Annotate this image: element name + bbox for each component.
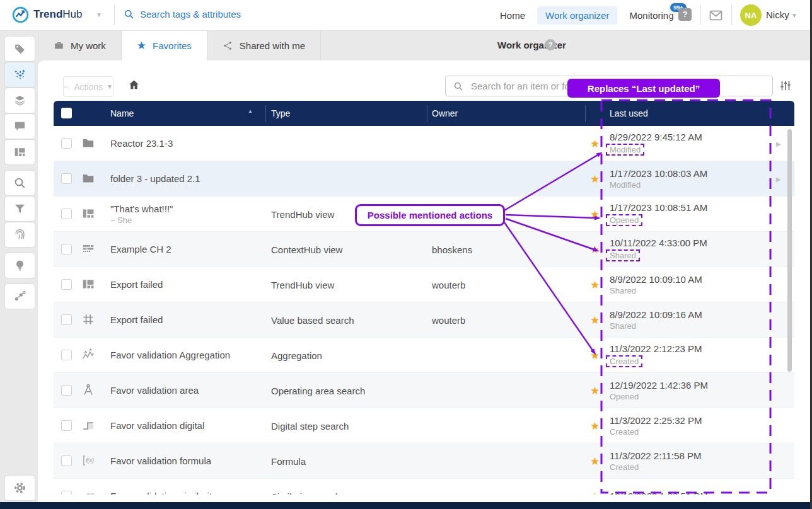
top-header: TrendHub ▼ Search tags & attributes Home… <box>0 0 812 31</box>
row-checkbox[interactable] <box>61 173 72 184</box>
help-icon[interactable]: ? <box>678 8 692 21</box>
table-row[interactable]: Export failedTrendHub viewwouterb★8/9/20… <box>54 267 794 302</box>
row-checkbox[interactable] <box>61 350 72 360</box>
table-rows: Reactor 23.1-3★8/29/2022 9:45:12 AMModif… <box>54 126 794 495</box>
page-title-help-icon[interactable]: ? <box>545 39 556 50</box>
row-checkbox[interactable] <box>61 244 72 254</box>
sidebar-item-fingerprint[interactable] <box>5 222 35 247</box>
sidebar-item-gear[interactable] <box>5 476 35 500</box>
favorite-star-icon[interactable]: ★ <box>590 489 600 495</box>
vertical-scrollbar[interactable] <box>787 129 792 372</box>
sidebar-item-chat[interactable] <box>5 114 35 139</box>
briefcase-icon <box>54 40 64 51</box>
home-icon[interactable] <box>128 79 140 91</box>
filter-settings-button[interactable] <box>777 77 794 94</box>
nav-item-work-organizer[interactable]: Work organizer <box>537 6 617 25</box>
item-name[interactable]: Export failed <box>110 314 163 325</box>
item-name[interactable]: Favor validation digital <box>110 420 204 431</box>
sidebar-item-funnel[interactable] <box>5 197 35 221</box>
favorite-star-icon[interactable]: ★ <box>590 419 600 432</box>
item-name[interactable]: Favor validation formula <box>110 455 211 466</box>
actions-chevron-down-icon: ▼ <box>107 83 113 90</box>
sliders-icon <box>779 79 792 93</box>
sort-ascending-icon[interactable]: ▲ <box>248 108 253 114</box>
tab-my-work[interactable]: My work <box>38 30 122 60</box>
expand-chevron-icon[interactable]: ▶ <box>776 175 781 182</box>
sidebar-item-tag[interactable] <box>5 37 35 61</box>
user-avatar[interactable]: NA <box>740 4 762 26</box>
nav-item-monitoring[interactable]: Monitoring99+ <box>629 10 673 21</box>
tab-shared-with-me[interactable]: Shared with me <box>207 30 321 60</box>
sidebar-item-layers[interactable] <box>5 88 35 113</box>
tab-favorites[interactable]: ★Favorites <box>122 30 207 60</box>
sidebar-item-dashboard[interactable] <box>5 140 35 164</box>
table-row[interactable]: Favor validation similaritySimilarity se… <box>54 479 794 495</box>
trendhub-logo-icon[interactable] <box>12 6 29 23</box>
item-name[interactable]: Favor validation Aggregation <box>110 350 230 360</box>
tab-label: Favorites <box>153 40 192 51</box>
column-header-name[interactable]: Name <box>110 108 134 118</box>
select-all-checkbox[interactable] <box>61 108 72 118</box>
favorite-star-icon[interactable]: ★ <box>590 384 600 397</box>
table-row[interactable]: f(x)Favor validation formulaFormula★11/3… <box>54 443 794 479</box>
table-row[interactable]: Favor validation digitalDigital step sea… <box>54 408 794 443</box>
nav-item-home[interactable]: Home <box>500 10 525 21</box>
global-search[interactable]: Search tags & attributes <box>124 9 241 20</box>
fingerprint-icon <box>13 228 26 241</box>
favorite-star-icon[interactable]: ★ <box>590 454 600 467</box>
row-checkbox[interactable] <box>61 209 72 219</box>
row-checkbox[interactable] <box>61 491 72 495</box>
top-nav: HomeWork organizerMonitoring99+ <box>492 0 682 30</box>
sidebar-item-search[interactable] <box>5 171 35 195</box>
actions-button[interactable]: A Actions ▼ <box>63 76 113 97</box>
item-type: TrendHub view <box>271 209 334 219</box>
favorite-star-icon[interactable]: ★ <box>590 278 600 291</box>
table-row[interactable]: Example CH 2ContextHub viewbhoskens★10/1… <box>54 232 794 267</box>
column-header-owner[interactable]: Owner <box>432 108 458 118</box>
column-header-type[interactable]: Type <box>271 108 290 118</box>
row-checkbox[interactable] <box>61 314 72 325</box>
row-checkbox[interactable] <box>61 279 72 290</box>
favorite-star-icon[interactable]: ★ <box>590 137 600 150</box>
last-used-date: 11/3/2022 2:25:32 PM <box>610 415 702 426</box>
item-type: Value based search <box>271 314 354 325</box>
contexthub-view-icon <box>81 242 95 256</box>
trendhub-view-icon <box>81 207 95 220</box>
item-name[interactable]: folder 3 - updated 2.1 <box>110 173 200 184</box>
mail-icon[interactable] <box>709 8 723 23</box>
item-name[interactable]: "That's what!!!" <box>110 203 173 214</box>
item-name[interactable]: Export failed <box>110 279 163 290</box>
user-chevron-down-icon[interactable]: ▼ <box>791 12 798 19</box>
table-row[interactable]: Export failedValue based searchwouterb★8… <box>54 302 794 338</box>
table-row[interactable]: folder 3 - updated 2.1★1/17/2023 10:08:0… <box>54 161 794 197</box>
sidebar-item-sparkles[interactable] <box>5 62 35 87</box>
brand-chevron-down-icon[interactable]: ▼ <box>96 11 102 18</box>
last-used-date: 8/29/2022 9:45:12 AM <box>610 132 702 142</box>
row-checkbox[interactable] <box>61 420 72 431</box>
column-header-last-used[interactable]: Last used <box>610 108 648 118</box>
last-used-date: 11/3/2022 2:12:23 PM <box>610 343 702 354</box>
favorite-star-icon[interactable]: ★ <box>590 348 600 362</box>
favorite-star-icon[interactable]: ★ <box>590 207 600 220</box>
table-row[interactable]: Favor validation areaOperating area sear… <box>54 373 794 408</box>
row-checkbox[interactable] <box>61 138 72 149</box>
row-checkbox[interactable] <box>61 385 72 396</box>
last-used-action: Opened <box>606 214 642 226</box>
favorite-star-icon[interactable]: ★ <box>590 313 600 326</box>
sidebar-item-graph[interactable] <box>5 284 35 309</box>
table-row[interactable]: Reactor 23.1-3★8/29/2022 9:45:12 AMModif… <box>54 126 794 161</box>
sidebar-item-lightbulb[interactable] <box>5 253 35 278</box>
item-type: Digital step search <box>271 420 349 431</box>
expand-chevron-icon[interactable]: ▶ <box>776 140 781 147</box>
item-name[interactable]: Favor validation area <box>110 385 199 396</box>
table-row[interactable]: Favor validation AggregationAggregation★… <box>54 338 794 373</box>
favorite-star-icon[interactable]: ★ <box>590 243 600 256</box>
favorite-star-icon[interactable]: ★ <box>590 172 600 185</box>
item-name[interactable]: Reactor 23.1-3 <box>110 138 173 149</box>
layers-icon <box>13 94 26 107</box>
user-name[interactable]: Nicky <box>766 9 789 20</box>
row-checkbox[interactable] <box>61 455 72 466</box>
item-name[interactable]: Example CH 2 <box>110 244 171 254</box>
item-name[interactable]: Favor validation similarity <box>110 491 216 495</box>
chat-icon <box>13 120 26 133</box>
